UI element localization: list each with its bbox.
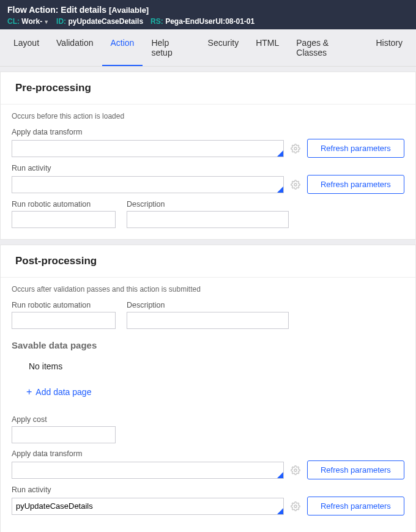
post-apply-dt-label: Apply data transform xyxy=(12,449,404,458)
tab-security[interactable]: Security xyxy=(199,29,248,66)
post-run-activity-wrapper xyxy=(12,498,284,515)
apply-cost-input[interactable] xyxy=(12,426,116,443)
id-label: ID: xyxy=(56,17,66,26)
rule-name: Edit details xyxy=(61,5,106,15)
post-run-activity-input[interactable] xyxy=(12,498,284,515)
pre-activity-refresh-button[interactable]: Refresh parameters xyxy=(307,175,404,194)
tab-history[interactable]: History xyxy=(367,29,411,66)
post-robotic-label: Run robotic automation xyxy=(12,301,116,309)
pre-desc-input[interactable] xyxy=(127,211,289,228)
pre-apply-dt-wrapper xyxy=(12,140,284,157)
post-apply-dt-wrapper xyxy=(12,462,284,479)
add-data-page-link[interactable]: + Add data page xyxy=(26,387,91,397)
pre-processing-title: Pre-processing xyxy=(1,72,415,105)
post-help-text: Occurs after validation passes and this … xyxy=(12,285,404,294)
post-desc-input[interactable] xyxy=(127,312,289,329)
pre-processing-section: Pre-processing Occurs before this action… xyxy=(0,72,416,240)
pre-robotic-label: Run robotic automation xyxy=(12,200,116,209)
rule-type: Flow Action: xyxy=(7,5,58,15)
pre-dt-refresh-button[interactable]: Refresh parameters xyxy=(307,139,404,158)
post-activity-refresh-button[interactable]: Refresh parameters xyxy=(307,497,404,515)
pre-run-activity-label: Run activity xyxy=(12,164,404,172)
tab-pages-classes[interactable]: Pages & Classes xyxy=(288,29,367,66)
svg-point-3 xyxy=(294,505,297,508)
pre-run-activity-input[interactable] xyxy=(12,176,284,193)
chevron-down-icon: ▼ xyxy=(43,19,49,25)
post-dt-refresh-button[interactable]: Refresh parameters xyxy=(307,460,404,479)
plus-icon: + xyxy=(26,387,32,397)
tab-strip: Layout Validation Action Help setup Secu… xyxy=(0,29,416,67)
pre-run-activity-wrapper xyxy=(12,176,284,193)
no-items-text: No items xyxy=(29,361,404,371)
gear-icon[interactable] xyxy=(290,465,301,476)
svg-point-1 xyxy=(294,183,297,186)
pre-apply-dt-label: Apply data transform xyxy=(12,128,404,136)
add-data-page-label: Add data page xyxy=(35,387,91,397)
gear-icon[interactable] xyxy=(290,143,301,154)
savable-heading: Savable data pages xyxy=(12,340,404,350)
post-apply-dt-input[interactable] xyxy=(12,462,284,479)
tab-validation[interactable]: Validation xyxy=(48,29,102,66)
pre-help-text: Occurs before this action is loaded xyxy=(12,112,404,120)
post-desc-label: Description xyxy=(127,301,289,309)
id-value: pyUpdateCaseDetails xyxy=(68,17,143,26)
cl-value[interactable]: Work-▼ xyxy=(21,17,49,26)
availability-badge: [Available] xyxy=(109,6,149,15)
rule-header: Flow Action: Edit details [Available] CL… xyxy=(0,0,416,29)
cl-label: CL: xyxy=(7,17,20,26)
pre-robotic-input[interactable] xyxy=(12,211,116,228)
post-processing-section: Post-processing Occurs after validation … xyxy=(0,245,416,532)
tab-action[interactable]: Action xyxy=(102,29,143,66)
post-processing-title: Post-processing xyxy=(1,245,415,278)
svg-point-2 xyxy=(294,469,297,471)
svg-point-0 xyxy=(294,147,297,150)
rs-value: Pega-EndUserUI:08-01-01 xyxy=(165,17,254,26)
post-run-activity-label: Run activity xyxy=(12,486,404,494)
gear-icon[interactable] xyxy=(290,501,301,512)
apply-cost-label: Apply cost xyxy=(12,415,404,424)
rule-title-row: Flow Action: Edit details [Available] xyxy=(7,5,409,15)
gear-icon[interactable] xyxy=(290,179,301,190)
post-robotic-input[interactable] xyxy=(12,312,116,329)
rule-meta: CL: Work-▼ ID: pyUpdateCaseDetails RS: P… xyxy=(7,17,409,26)
tab-help-setup[interactable]: Help setup xyxy=(143,29,199,66)
rs-label: RS: xyxy=(150,17,163,26)
tab-html[interactable]: HTML xyxy=(247,29,288,66)
pre-desc-label: Description xyxy=(127,200,289,209)
pre-apply-dt-input[interactable] xyxy=(12,140,284,157)
tab-layout[interactable]: Layout xyxy=(5,29,48,66)
